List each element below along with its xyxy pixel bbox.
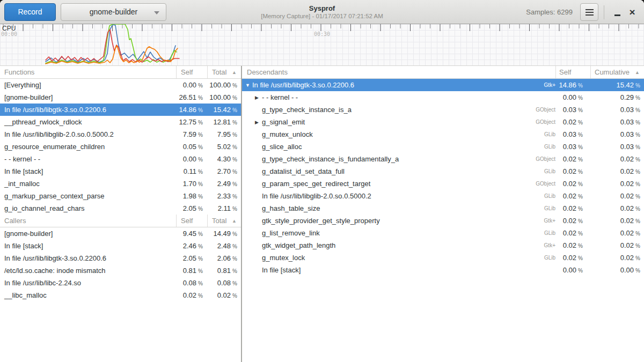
function-name: In file /usr/lib/libc-2.24.so <box>0 279 177 287</box>
table-row[interactable]: __pthread_rwlock_rdlock12.75%12.81% <box>0 116 241 128</box>
tree-row[interactable]: g_param_spec_get_redirect_targetGObject0… <box>242 178 644 190</box>
sort-ascending-icon: ▲ <box>635 70 640 75</box>
total-column-header[interactable]: Total ▲ <box>208 66 241 78</box>
function-name: In file /usr/lib/libgtk-3.so.0.2200.6 <box>0 254 177 262</box>
percent-value: 2.46% <box>177 242 208 250</box>
percent-value: 100.00% <box>208 81 241 89</box>
table-row[interactable]: g_resource_enumerate_children0.05%5.02% <box>0 141 241 153</box>
callers-column-header[interactable]: Callers <box>0 215 177 227</box>
tree-row[interactable]: ▼In file /usr/lib/libgtk-3.so.0.2200.6Gt… <box>242 79 644 91</box>
cpu-graph[interactable]: CPU 00:00 00:30 <box>0 24 644 66</box>
descendants-table-body: ▼In file /usr/lib/libgtk-3.so.0.2200.6Gt… <box>242 79 644 276</box>
percent-value: 0.03% <box>590 143 644 151</box>
functions-column-header[interactable]: Functions <box>0 66 177 78</box>
table-row[interactable]: [gnome-builder]9.45%14.49% <box>0 227 241 240</box>
tree-row[interactable]: g_hash_table_sizeGLib0.02%0.02% <box>242 202 644 215</box>
table-row[interactable]: In file [stack]2.46%2.48% <box>0 240 241 252</box>
percent-value: 0.02% <box>555 254 590 262</box>
cpu-green-trace <box>46 24 177 63</box>
tree-row[interactable]: g_mutex_lockGLib0.02%0.02% <box>242 252 644 264</box>
function-name: /etc/ld.so.cache: inode mismatch <box>0 267 177 275</box>
library-tag: Gtk+ <box>518 242 555 248</box>
table-row[interactable]: g_markup_parse_context_parse1.98%2.33% <box>0 190 241 202</box>
descendant-name: In file [stack] <box>242 266 518 274</box>
descendant-name: gtk_style_provider_get_style_property <box>242 217 518 225</box>
tree-row[interactable]: g_type_check_instance_is_fundamentally_a… <box>242 153 644 165</box>
library-tag: GLib <box>518 255 555 261</box>
table-row[interactable]: _int_malloc1.70%2.49% <box>0 178 241 190</box>
samples-count: Samples: 6299 <box>526 8 573 16</box>
percent-value: 0.02% <box>590 180 644 188</box>
percent-value: 0.02% <box>590 155 644 163</box>
minimize-button[interactable] <box>610 3 625 21</box>
tree-row[interactable]: In file [stack]0.00%0.00% <box>242 264 644 276</box>
descendant-name: ▶g_signal_emit <box>242 118 518 126</box>
tree-row[interactable]: g_type_check_instance_is_aGObject0.03%0.… <box>242 104 644 116</box>
tree-row[interactable]: gtk_style_provider_get_style_propertyGtk… <box>242 215 644 227</box>
table-row[interactable]: In file /usr/lib/libgtk-3.so.0.2200.62.0… <box>0 252 241 264</box>
table-row[interactable]: In file /usr/lib/libgtk-3.so.0.2200.614.… <box>0 104 241 116</box>
percent-value: 15.42% <box>208 106 241 114</box>
table-row[interactable]: In file [stack]0.11%2.70% <box>0 165 241 178</box>
expander-collapsed-icon[interactable]: ▶ <box>255 120 262 125</box>
descendants-self-column-header[interactable]: Self <box>555 66 590 78</box>
table-row[interactable]: __libc_malloc0.02%0.02% <box>0 289 241 301</box>
library-tag: GObject <box>518 107 555 113</box>
self-column-header[interactable]: Self <box>177 66 208 78</box>
table-row[interactable]: [Everything]0.00%100.00% <box>0 79 241 91</box>
percent-value: 2.49% <box>208 180 241 188</box>
tree-row[interactable]: g_list_remove_linkGLib0.02%0.02% <box>242 227 644 239</box>
function-name: __pthread_rwlock_rdlock <box>0 118 177 126</box>
percent-value: 0.00% <box>555 266 590 274</box>
percent-value: 12.75% <box>177 118 208 126</box>
table-row[interactable]: In file /usr/lib/libc-2.24.so0.08%0.08% <box>0 277 241 289</box>
expander-collapsed-icon[interactable]: ▶ <box>255 95 262 100</box>
time-label-mid: 00:30 <box>314 31 330 37</box>
percent-value: 2.70% <box>208 167 241 175</box>
library-tag: GObject <box>518 119 555 125</box>
library-tag: GLib <box>518 131 555 137</box>
percent-value: 0.03% <box>555 106 590 114</box>
function-name: In file [stack] <box>0 167 177 175</box>
percent-value: 9.45% <box>177 230 208 238</box>
cumulative-column-header[interactable]: Cumulative ▲ <box>590 66 644 78</box>
percent-value: 0.02% <box>590 167 644 175</box>
descendant-name: g_mutex_unlock <box>242 130 518 138</box>
tree-row[interactable]: gtk_widget_path_lengthGtk+0.02%0.02% <box>242 239 644 252</box>
percent-value: 0.02% <box>555 180 590 188</box>
tree-row[interactable]: g_slice_allocGLib0.03%0.03% <box>242 141 644 153</box>
percent-value: 0.02% <box>555 118 590 126</box>
tree-row[interactable]: g_datalist_id_set_data_fullGLib0.02%0.02… <box>242 165 644 178</box>
percent-value: 15.42% <box>590 81 644 89</box>
tree-row[interactable]: ▶g_signal_emitGObject0.02%0.03% <box>242 116 644 128</box>
percent-value: 0.08% <box>177 279 208 287</box>
table-row[interactable]: - - kernel - -0.00%4.30% <box>0 153 241 165</box>
process-selector-dropdown[interactable]: gnome-builder <box>61 3 166 21</box>
callers-self-column-header[interactable]: Self <box>177 215 208 227</box>
descendants-table-header: Descendants Self Cumulative ▲ <box>242 66 644 79</box>
function-name: - - kernel - - <box>0 155 177 163</box>
table-row[interactable]: In file /usr/lib/libglib-2.0.so.0.5000.2… <box>0 128 241 141</box>
percent-value: 2.11% <box>208 204 241 212</box>
descendant-name: g_type_check_instance_is_fundamentally_a <box>242 155 518 163</box>
percent-value: 14.49% <box>208 230 241 238</box>
table-row[interactable]: [gnome-builder]26.51%100.00% <box>0 91 241 104</box>
descendants-column-header[interactable]: Descendants <box>242 66 555 78</box>
record-button[interactable]: Record <box>4 3 56 21</box>
percent-value: 5.02% <box>208 143 241 151</box>
expander-expanded-icon[interactable]: ▼ <box>245 83 252 88</box>
menu-button[interactable] <box>580 3 598 21</box>
tree-row[interactable]: ▶- - kernel - -0.00%0.29% <box>242 91 644 104</box>
percent-value: 0.02% <box>590 217 644 225</box>
close-icon: × <box>629 7 635 17</box>
functions-table-body: [Everything]0.00%100.00%[gnome-builder]2… <box>0 79 241 215</box>
percent-value: 0.02% <box>555 217 590 225</box>
tree-row[interactable]: g_mutex_unlockGLib0.03%0.03% <box>242 128 644 141</box>
close-button[interactable]: × <box>625 3 640 21</box>
callers-total-column-header[interactable]: Total ▲ <box>208 215 241 227</box>
chevron-down-icon <box>154 11 159 14</box>
table-row[interactable]: g_io_channel_read_chars2.05%2.11% <box>0 202 241 215</box>
table-row[interactable]: /etc/ld.so.cache: inode mismatch0.81%0.8… <box>0 264 241 277</box>
percent-value: 0.08% <box>208 279 241 287</box>
tree-row[interactable]: In file /usr/lib/libglib-2.0.so.0.5000.2… <box>242 190 644 202</box>
